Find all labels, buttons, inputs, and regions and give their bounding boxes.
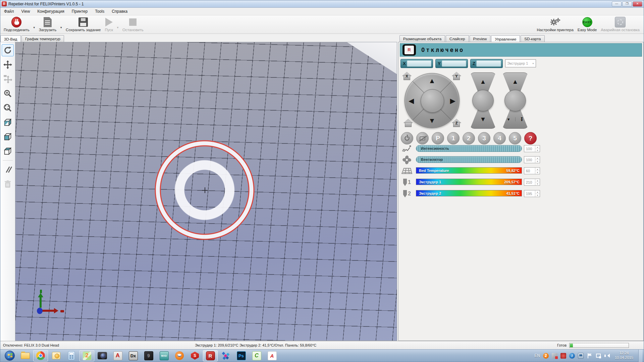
preset-2-button[interactable]: 2 (463, 132, 475, 144)
menu-help[interactable]: Справка (108, 8, 131, 15)
load-dropdown-caret[interactable]: ▼ (58, 26, 64, 29)
start-button[interactable]: Пуск (103, 16, 115, 33)
preset-1-button[interactable]: 1 (447, 132, 460, 144)
delete-object-button[interactable] (2, 178, 14, 190)
menu-printer[interactable]: Принтер (68, 8, 91, 15)
close-button[interactable]: ✕ (633, 1, 642, 7)
taskbar-chrome[interactable] (33, 350, 48, 361)
taskbar-outlook[interactable] (49, 350, 63, 361)
tray-app-icon[interactable] (552, 353, 557, 359)
jog-x-minus-arrow[interactable]: ◀ (409, 97, 414, 104)
taskbar-calculator[interactable] (64, 350, 79, 361)
printer-settings-button[interactable]: Настройки принтера (535, 16, 575, 33)
taskbar-dx[interactable]: Dx (126, 350, 141, 361)
spin-down[interactable]: ▼ (535, 160, 540, 163)
taskbar-daemon-tools[interactable] (218, 350, 233, 361)
spin-down[interactable]: ▼ (535, 171, 540, 174)
extrude-fast-button[interactable]: ▼▼ (515, 117, 529, 121)
tab-temp-graph[interactable]: График температур (21, 35, 64, 42)
extruder-jog-control[interactable]: ▲ ▼ ▼▼ (502, 72, 529, 129)
save-job-button[interactable]: Сохранить задание (64, 16, 103, 33)
spin-up[interactable]: ▲ (535, 157, 540, 160)
connect-button[interactable]: Подсоединить (2, 16, 32, 33)
y-position-input[interactable] (442, 60, 466, 67)
spin-up[interactable]: ▲ (535, 190, 540, 193)
power-button[interactable] (401, 132, 413, 144)
load-button[interactable]: Загрузить (37, 16, 59, 33)
front-view-button[interactable] (2, 131, 14, 143)
taskbar-repetier-host[interactable]: R (203, 350, 218, 361)
network-icon[interactable] (595, 353, 601, 359)
bed-temp-spinner[interactable]: 60 ▲▼ (524, 167, 540, 174)
menu-tools[interactable]: Tools (91, 8, 108, 15)
z-jog-control[interactable]: ▲ ▼ (470, 72, 496, 129)
parallel-projection-button[interactable] (2, 164, 14, 176)
jog-x-plus-arrow[interactable]: ▶ (450, 97, 455, 104)
bed-temp-bar[interactable]: Bed Temperature 59,82°C (416, 167, 522, 174)
taskbar-sketchup[interactable]: S (187, 350, 202, 361)
extruder1-temp-spinner[interactable]: 210 ▲▼ (524, 179, 540, 186)
language-indicator[interactable]: EN (534, 353, 540, 358)
menu-view[interactable]: View (18, 8, 34, 15)
show-desktop-button[interactable] (638, 350, 642, 362)
home-x-button[interactable]: X (402, 72, 412, 81)
maximize-button[interactable]: ❐ (622, 1, 632, 7)
spin-up[interactable]: ▲ (535, 168, 540, 171)
spin-down[interactable]: ▼ (535, 148, 540, 152)
preset-3-button[interactable]: 3 (478, 132, 490, 144)
flow-spinner[interactable]: 100 ▲▼ (524, 145, 540, 152)
taskbar-camera[interactable] (95, 350, 110, 361)
extrude-button[interactable]: ▼ (502, 117, 515, 121)
taskbar-photoshop[interactable]: Ps (234, 350, 249, 361)
tab-object-placement[interactable]: Размещение объекта (399, 35, 445, 42)
motors-off-button[interactable] (416, 132, 429, 144)
fan-slider[interactable]: Вентилятор (416, 156, 522, 163)
taskbar-3dsmax[interactable]: MXD (157, 350, 171, 361)
flow-slider[interactable]: Интенсивность (416, 145, 522, 152)
tab-sd-card[interactable]: SD-карта (521, 35, 544, 42)
top-view-button[interactable] (2, 145, 14, 157)
extruder-center-button[interactable] (504, 90, 526, 111)
xy-jog-pad[interactable]: ▲ ▼ ◀ ▶ (405, 73, 460, 128)
help-button[interactable]: ? (524, 132, 537, 144)
z-up-button[interactable]: ▲ (470, 72, 496, 91)
emergency-stop-button[interactable]: Аварийная остановка (599, 16, 642, 33)
start-button-orb[interactable] (2, 350, 17, 361)
start-dropdown-caret[interactable]: ▼ (115, 26, 120, 29)
zoom-in-button[interactable] (2, 87, 14, 100)
rotate-view-button[interactable] (2, 44, 14, 56)
retract-button[interactable]: ▲ (502, 72, 529, 91)
z-position-input[interactable] (476, 60, 501, 67)
jog-y-plus-arrow[interactable]: ▲ (429, 77, 436, 84)
extruder1-temp-bar[interactable]: Экструдер 1 209,57°C (416, 179, 522, 185)
tab-slicer[interactable]: Слайсер (446, 35, 469, 42)
spin-up[interactable]: ▲ (535, 145, 540, 148)
tray-display-icon[interactable] (578, 353, 584, 359)
jog-center-button[interactable] (421, 89, 444, 113)
tray-alert-icon[interactable] (560, 353, 566, 359)
tray-info-icon[interactable]: i (569, 353, 575, 359)
home-y-button[interactable]: Y (451, 72, 462, 81)
tab-3d-view[interactable]: 3D-Вид (0, 35, 21, 42)
taskbar-2gis[interactable]: 2 (79, 350, 94, 361)
extruder-select[interactable]: Экструдер 1 ▼ (505, 59, 536, 67)
fan-spinner[interactable]: 100 ▲▼ (524, 156, 540, 163)
tab-preview[interactable]: Preview (470, 35, 491, 42)
move-object-button[interactable] (2, 73, 14, 85)
taskbar-autocad[interactable]: A (110, 350, 125, 361)
tab-control[interactable]: Управление (491, 35, 520, 42)
taskbar-acrobat[interactable]: A (265, 350, 279, 361)
volume-icon[interactable] (604, 353, 610, 359)
move-view-button[interactable] (2, 59, 14, 71)
menu-file[interactable]: Файл (0, 8, 18, 15)
taskbar-explorer[interactable] (18, 350, 33, 361)
preset-5-button[interactable]: 5 (509, 132, 521, 144)
spin-down[interactable]: ▼ (535, 182, 540, 185)
spin-up[interactable]: ▲ (535, 179, 540, 182)
preset-4-button[interactable]: 4 (493, 132, 506, 144)
isometric-view-button[interactable] (2, 116, 14, 128)
tray-2gis-icon[interactable]: 2 (543, 353, 549, 359)
viewport-3d[interactable] (15, 42, 397, 341)
minimize-button[interactable]: — (612, 1, 622, 7)
home-z-button[interactable]: Z (451, 119, 462, 128)
